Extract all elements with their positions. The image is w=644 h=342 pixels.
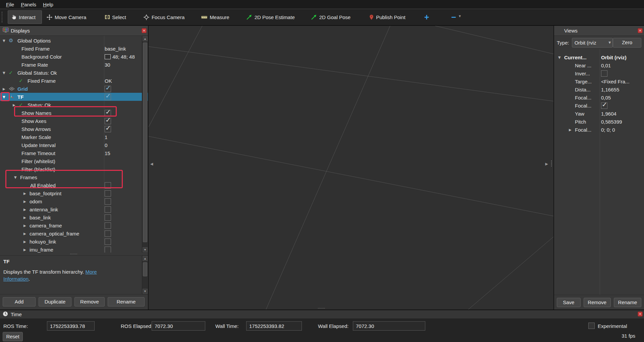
tree-row-value[interactable] xyxy=(105,69,141,77)
tree-row-value[interactable]: 15 xyxy=(105,149,141,157)
expand-arrow-icon[interactable]: ▶ xyxy=(23,216,30,219)
collapse-arrow-icon[interactable]: ▼ xyxy=(3,95,9,99)
display-row-global-status-ok[interactable]: ▼✓Global Status: Ok xyxy=(0,69,148,77)
bottom-splitter-dots[interactable]: •••••• xyxy=(318,307,326,309)
render-viewport[interactable]: ◀ ▶ •••••• xyxy=(149,26,553,310)
view-prop-targe[interactable]: Targe...<Fixed Fra... xyxy=(554,77,644,85)
tool-2d-goal-pose[interactable]: 2D Goal Pose xyxy=(309,10,353,24)
displays-tree-scrollbar[interactable]: ▲ ▼ xyxy=(142,36,148,253)
expand-arrow-icon[interactable]: ▶ xyxy=(23,224,30,227)
tree-row-value[interactable]: 1,16655 xyxy=(601,85,643,93)
tool-focus-camera[interactable]: Focus Camera xyxy=(142,10,186,24)
tree-row-value[interactable] xyxy=(105,205,141,213)
panel-edge-handle[interactable] xyxy=(551,160,552,166)
tree-row-value[interactable] xyxy=(105,157,141,165)
expand-arrow-icon[interactable]: ▶ xyxy=(3,87,9,91)
toolbar-drag-handle[interactable] xyxy=(2,12,2,22)
add-tool-button[interactable]: + xyxy=(422,10,431,24)
view-prop-near[interactable]: Near ...0,01 xyxy=(554,61,644,69)
checkbox-unchecked[interactable] xyxy=(105,198,111,205)
tree-row-value[interactable] xyxy=(105,165,141,173)
views-panel-header[interactable]: Views × xyxy=(554,26,644,36)
tree-row-value[interactable] xyxy=(105,197,141,205)
remove-display-button[interactable]: Remove xyxy=(74,297,105,306)
tree-row-value[interactable] xyxy=(601,69,643,77)
save-view-button[interactable]: Save xyxy=(557,298,581,307)
display-row-antenna-link[interactable]: ▶antenna_link xyxy=(0,205,148,213)
view-prop-focal[interactable]: Focal...0,05 xyxy=(554,93,644,101)
tree-row-value[interactable]: 0,05 xyxy=(601,93,643,101)
wall-time-field[interactable]: 1752253393.82 xyxy=(246,321,302,331)
tool-move-camera[interactable]: Move Camera xyxy=(45,10,88,24)
remove-view-button[interactable]: Remove xyxy=(584,298,611,307)
checkbox-unchecked[interactable] xyxy=(105,182,111,189)
display-row-status-ok[interactable]: ▶✓Status: Ok xyxy=(0,101,148,109)
tool-publish-point[interactable]: Publish Point xyxy=(367,10,408,24)
scrollbar-thumb[interactable] xyxy=(143,43,147,242)
view-type-dropdown[interactable]: Orbit (rviz▼ xyxy=(572,38,613,48)
tree-row-value[interactable]: 0; 0; 0 xyxy=(601,126,643,134)
tree-row-value[interactable]: ✓ xyxy=(105,93,141,101)
tree-row-value[interactable]: ✓ xyxy=(105,85,141,93)
menu-file[interactable]: File xyxy=(3,1,17,8)
display-row-filter-blacklist[interactable]: Filter (blacklist) xyxy=(0,165,148,173)
remove-tool-button[interactable]: −▼ xyxy=(449,10,458,24)
tree-row-value[interactable] xyxy=(105,229,141,237)
tree-row-value[interactable] xyxy=(105,246,141,253)
reset-button[interactable]: Reset xyxy=(3,332,23,341)
display-row-fixed-frame[interactable]: Fixed Framebase_link xyxy=(0,45,148,53)
expand-arrow-icon[interactable]: ▶ xyxy=(23,200,30,203)
experimental-checkbox[interactable] xyxy=(588,323,595,329)
collapse-arrow-icon[interactable]: ▼ xyxy=(558,56,564,59)
checkbox-checked[interactable]: ✓ xyxy=(105,94,111,100)
rename-display-button[interactable]: Rename xyxy=(108,297,145,306)
tree-row-value[interactable]: Orbit (rviz) xyxy=(601,53,643,61)
scrollbar-thumb[interactable] xyxy=(143,262,147,276)
view-prop-dista[interactable]: Dista...1,16655 xyxy=(554,85,644,93)
checkbox-unchecked[interactable] xyxy=(105,238,111,245)
tree-row-value[interactable]: 1,9604 xyxy=(601,110,643,118)
checkbox-checked[interactable]: ✓ xyxy=(105,118,111,124)
display-row-update-interval[interactable]: Update Interval0 xyxy=(0,141,148,149)
ros-elapsed-field[interactable]: 7072.30 xyxy=(152,321,205,331)
displays-panel-header[interactable]: Displays × xyxy=(0,26,148,36)
panel-splitter[interactable]: •••••• xyxy=(0,253,148,255)
checkbox-unchecked[interactable] xyxy=(105,214,111,221)
tree-row-value[interactable] xyxy=(105,221,141,229)
scroll-down-icon[interactable]: ▼ xyxy=(143,247,148,252)
checkbox-checked[interactable]: ✓ xyxy=(105,86,111,92)
tree-row-value[interactable]: 0,585399 xyxy=(601,118,643,126)
tree-row-value[interactable]: base_link xyxy=(105,45,141,53)
menu-help[interactable]: Help xyxy=(40,1,57,8)
display-row-show-arrows[interactable]: Show Arrows✓ xyxy=(0,125,148,133)
tree-row-value[interactable]: ✓ xyxy=(105,125,141,133)
display-row-frame-rate[interactable]: Frame Rate30 xyxy=(0,61,148,69)
view-prop-pitch[interactable]: Pitch0,585399 xyxy=(554,118,644,126)
display-row-background-color[interactable]: Background Color48; 48; 48 xyxy=(0,53,148,61)
display-row-tf[interactable]: ▼TF✓ xyxy=(0,93,148,101)
tree-row-value[interactable]: 48; 48; 48 xyxy=(105,53,141,61)
checkbox-unchecked[interactable] xyxy=(105,222,111,229)
add-display-button[interactable]: Add xyxy=(3,297,36,306)
checkbox-unchecked[interactable] xyxy=(601,70,607,77)
display-row-filter-whitelist[interactable]: Filter (whitelist) xyxy=(0,157,148,165)
checkbox-unchecked[interactable] xyxy=(105,230,111,237)
view-prop-yaw[interactable]: Yaw1,9604 xyxy=(554,110,644,118)
display-row-camera-optical-frame[interactable]: ▶camera_optical_frame xyxy=(0,229,148,237)
display-row-imu-frame[interactable]: ▶imu_frame xyxy=(0,246,148,253)
expand-arrow-icon[interactable]: ▶ xyxy=(13,103,19,107)
display-row-odom[interactable]: ▶odom xyxy=(0,197,148,205)
tree-row-value[interactable]: <Fixed Fra... xyxy=(601,77,643,85)
zero-button[interactable]: Zero xyxy=(613,38,641,48)
expand-arrow-icon[interactable]: ▶ xyxy=(23,248,30,252)
display-row-show-names[interactable]: Show Names✓ xyxy=(0,109,148,117)
scroll-up-icon[interactable]: ▲ xyxy=(143,36,148,41)
wall-elapsed-field[interactable]: 7072.30 xyxy=(353,321,425,331)
display-row-marker-scale[interactable]: Marker Scale1 xyxy=(0,133,148,141)
display-row-fixed-frame[interactable]: ✓Fixed FrameOK xyxy=(0,77,148,85)
checkbox-unchecked[interactable] xyxy=(105,247,111,253)
checkbox-unchecked[interactable] xyxy=(105,190,111,197)
scroll-down-icon[interactable]: ▼ xyxy=(143,289,148,294)
tree-row-value[interactable]: 0,01 xyxy=(601,61,643,69)
display-row-grid[interactable]: ▶Grid✓ xyxy=(0,85,148,93)
